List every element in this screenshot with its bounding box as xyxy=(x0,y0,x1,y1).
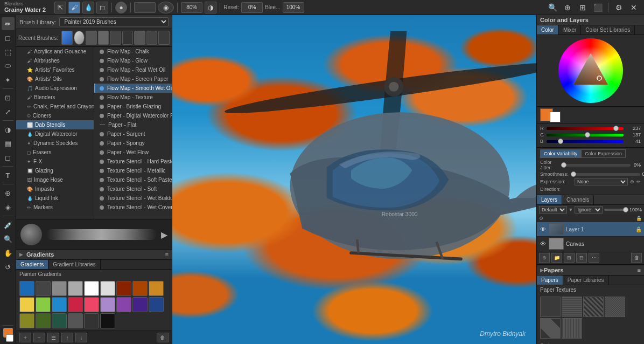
brush-preview-btn[interactable]: ◉ xyxy=(158,2,174,13)
layer-options-btn[interactable]: ☰ xyxy=(47,333,59,342)
layer-eye-canvas[interactable]: 👁 xyxy=(539,240,547,247)
layer-options-icon[interactable]: ⚙ xyxy=(539,216,543,221)
bleed-input[interactable] xyxy=(283,2,304,13)
recent-brush-6[interactable] xyxy=(122,31,134,45)
cat-artists-fav[interactable]: ⭐ Artists' Favorites xyxy=(16,65,94,74)
shape-btn[interactable]: ◻ xyxy=(96,2,108,13)
color-triangle-svg[interactable] xyxy=(571,51,610,90)
papers-expand-icon[interactable]: ▶ xyxy=(540,267,544,273)
layer-row-1[interactable]: 👁 Layer 1 🔒 xyxy=(537,222,644,237)
cv-expression-select[interactable]: None xyxy=(575,178,628,185)
gradient-swatch-0[interactable] xyxy=(19,281,34,296)
dropper-tool[interactable]: 💉 xyxy=(2,218,15,231)
layer-lock-1[interactable]: 🔒 xyxy=(635,226,642,232)
help-icon[interactable]: ✕ xyxy=(628,2,640,13)
gradient-swatch-1[interactable] xyxy=(36,281,51,296)
opacity-icon-btn[interactable]: ◑ xyxy=(205,2,216,13)
gradient-swatch-11[interactable] xyxy=(52,297,67,312)
cat-dynamic-sp[interactable]: ✦ Dynamic Speckles xyxy=(16,139,94,148)
paper-thumb-4[interactable] xyxy=(605,297,625,317)
search-icon[interactable]: 🔍 xyxy=(547,2,558,13)
new-layer-btn[interactable]: ⊕ xyxy=(539,253,550,263)
dropper-btn[interactable]: 💧 xyxy=(82,2,94,13)
magic-wand-tool[interactable]: ✦ xyxy=(2,73,15,86)
tab-color[interactable]: Color xyxy=(537,25,559,35)
gradient-swatch-23[interactable] xyxy=(100,313,115,328)
gradients-menu-icon[interactable]: ≡ xyxy=(165,251,169,258)
gradient-swatch-22[interactable] xyxy=(84,313,99,328)
papers-menu-icon[interactable]: ≡ xyxy=(638,267,641,273)
recent-brush-4[interactable] xyxy=(98,31,109,45)
paper-thumb-3[interactable] xyxy=(583,297,604,317)
rotate-canvas-tool[interactable]: ↺ xyxy=(2,260,15,273)
recent-brush-7[interactable] xyxy=(134,31,145,45)
brush-type-flowmap-glow[interactable]: Flow Map - Glow xyxy=(94,56,172,65)
info-icon[interactable]: ⬛ xyxy=(592,2,604,13)
paper-thumb-1[interactable] xyxy=(540,297,561,317)
cat-chalk[interactable]: ✏ Chalk, Pastel and Crayons xyxy=(16,102,94,111)
recent-brush-5[interactable] xyxy=(110,31,121,45)
cv-tab-expression[interactable]: Color Expression xyxy=(581,149,626,158)
transform2-tool[interactable]: ⤢ xyxy=(2,105,15,118)
color-wheel[interactable] xyxy=(558,38,623,103)
layer-opacity-slider[interactable] xyxy=(604,209,628,211)
grid-icon[interactable]: ⊞ xyxy=(577,2,589,13)
gradients-tab-libraries[interactable]: Gradient Libraries xyxy=(48,260,100,269)
more-layer-btn[interactable]: ⋯ xyxy=(589,253,599,263)
brush-type-flowmap-chalk[interactable]: Flow Map - Chalk xyxy=(94,47,172,56)
recent-brush-9[interactable] xyxy=(158,31,170,45)
layers-tab-channels[interactable]: Channels xyxy=(562,195,594,204)
brush-type-flowmap-screen[interactable]: Flow Map - Screen Paper xyxy=(94,74,172,84)
tab-mixer[interactable]: Mixer xyxy=(559,25,581,35)
layer-row-canvas[interactable]: 👁 Canvas xyxy=(537,237,644,251)
cv-jitter-slider[interactable] xyxy=(561,164,631,167)
brush-type-tex-soft[interactable]: Texture Stencil - Soft xyxy=(94,184,172,194)
delete-layer-btn[interactable]: − xyxy=(33,333,45,342)
opacity-input[interactable] xyxy=(181,2,202,13)
brush-type-tex-hardpastel[interactable]: Texture Stencil - Hard Pastel xyxy=(94,157,172,166)
brush-type-tex-wetbuildup[interactable]: Texture Stencil - Wet Buildup xyxy=(94,194,172,203)
navigator-icon[interactable]: ⊕ xyxy=(562,2,573,13)
add-layer-btn[interactable]: + xyxy=(19,333,31,342)
cv-tab-variability[interactable]: Color Variability xyxy=(540,149,581,158)
cat-glazing[interactable]: 🔲 Glazing xyxy=(16,166,94,175)
gradient-swatch-3[interactable] xyxy=(68,281,83,296)
merge-layer-btn[interactable]: ⊟ xyxy=(576,253,587,263)
recent-brush-8[interactable] xyxy=(146,31,158,45)
papers-tab-papers[interactable]: Papers xyxy=(537,276,563,285)
papers-tab-libraries[interactable]: Paper Libraries xyxy=(563,276,609,285)
gradient-swatch-21[interactable] xyxy=(68,313,83,328)
cat-dab-stencils[interactable]: ⬜ Dab Stencils xyxy=(16,120,94,129)
cat-cloners[interactable]: © Cloners xyxy=(16,111,94,120)
cat-artists-oils[interactable]: 🎨 Artists' Oils xyxy=(16,74,94,84)
gradient-swatch-18[interactable] xyxy=(19,313,34,328)
rubber-stamp-tool[interactable]: ◈ xyxy=(2,201,15,214)
text-tool[interactable]: T xyxy=(2,169,15,182)
layer-move-down[interactable]: ↓ xyxy=(75,333,87,342)
r-slider[interactable] xyxy=(547,127,624,130)
brush-type-paper-spongy[interactable]: Paper - Spongy xyxy=(94,139,172,148)
new-group-btn[interactable]: 📁 xyxy=(551,253,562,263)
gradient-swatch-2[interactable] xyxy=(52,281,67,296)
g-slider[interactable] xyxy=(547,134,624,136)
brush-type-paper-sargent[interactable]: Paper - Sargent xyxy=(94,129,172,139)
brush-type-paper-wetflow[interactable]: Paper - Wet Flow xyxy=(94,148,172,157)
brush-type-tex-wetcover[interactable]: Texture Stencil - Wet Cover xyxy=(94,203,172,212)
gradient-swatch-5[interactable] xyxy=(100,281,115,296)
brush-type-tex-metallic[interactable]: Texture Stencil - Metallic xyxy=(94,166,172,175)
crop-tool[interactable]: ⊡ xyxy=(2,91,15,104)
gradient-swatch-9[interactable] xyxy=(19,297,34,312)
cat-digital-wc[interactable]: 💧 Digital Watercolor xyxy=(16,129,94,139)
cat-markers[interactable]: ✏ Markers xyxy=(16,203,94,212)
brush-tool[interactable]: ✏ xyxy=(2,17,15,30)
cat-airbrushes[interactable]: 🖌 Airbrushes xyxy=(16,56,94,65)
brush-type-flowmap-realwet[interactable]: Flow Map - Real Wet Oil xyxy=(94,65,172,74)
eraser-tool[interactable]: ◻ xyxy=(2,151,15,164)
cat-impasto[interactable]: 🎨 Impasto xyxy=(16,184,94,194)
brush-type-paper-digitalwc[interactable]: Paper - Digital Watercolor Pa... xyxy=(94,111,172,120)
cat-image-hose[interactable]: 🖼 Image Hose xyxy=(16,175,94,184)
clone-tool[interactable]: ⊕ xyxy=(2,187,15,199)
gradient-swatch-14[interactable] xyxy=(100,297,115,312)
paper-thumb-2[interactable] xyxy=(562,297,582,317)
composite-select[interactable]: Ignore xyxy=(575,206,603,214)
